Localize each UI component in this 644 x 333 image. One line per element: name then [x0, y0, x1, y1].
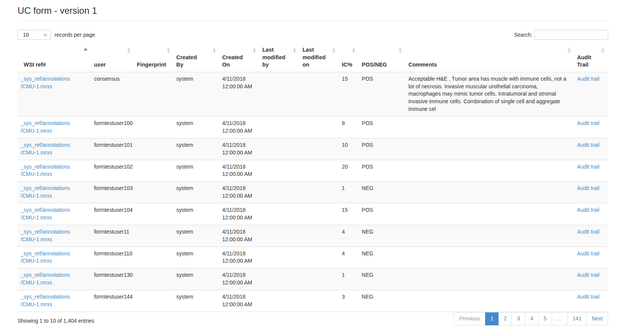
column-header-user[interactable]: user — [91, 43, 134, 72]
pos-neg-cell: POS — [359, 160, 405, 182]
created-by-cell: system — [173, 160, 219, 182]
fingerprint-cell — [134, 247, 173, 268]
last-modified-on-cell — [299, 290, 339, 312]
wsi-ref-link[interactable]: _sys_ref/annotations/CMU-1.mrxs — [21, 163, 70, 179]
user-cell: formtestuser104 — [91, 203, 134, 225]
column-header-audit-trail[interactable]: Audit Trail — [574, 43, 608, 72]
created-by-cell: system — [173, 117, 219, 138]
user-cell: formtestuser103 — [91, 182, 134, 203]
pagination-page-4[interactable]: 4 — [525, 312, 539, 325]
wsi-ref-cell: _sys_ref/annotations/CMU-1.mrxs — [18, 182, 91, 203]
records-per-page-select[interactable]: 10 — [18, 30, 51, 40]
fingerprint-cell — [134, 138, 173, 160]
pagination-page-1[interactable]: 1 — [485, 312, 499, 325]
search-input[interactable] — [534, 30, 608, 40]
audit-trail-link[interactable]: Audit trail — [577, 120, 599, 126]
pagination-page-3-item: 3 — [512, 312, 525, 325]
column-header-fingerprint[interactable]: Fingerprint — [134, 43, 173, 72]
audit-trail-cell: Audit trail — [574, 203, 608, 225]
audit-trail-link[interactable]: Audit trail — [577, 229, 599, 235]
comments-cell — [405, 182, 574, 203]
comments-cell — [405, 290, 574, 312]
fingerprint-cell — [134, 72, 173, 116]
table-row: _sys_ref/annotations/CMU-1.mrxs formtest… — [18, 247, 608, 268]
pos-neg-cell: NEG — [359, 182, 405, 203]
wsi-ref-link[interactable]: _sys_ref/annotations/CMU-1.mrxs — [21, 75, 70, 91]
audit-trail-link[interactable]: Audit trail — [577, 250, 599, 257]
table-row: _sys_ref/annotations/CMU-1.mrxs formtest… — [18, 138, 608, 160]
wsi-ref-link[interactable]: _sys_ref/annotations/CMU-1.mrxs — [21, 250, 70, 265]
pagination-page-141-item: 141 — [568, 312, 587, 325]
ic-pct-cell: 8 — [339, 117, 359, 138]
ic-pct-cell: 1 — [339, 182, 359, 203]
column-header-last-modified-on[interactable]: Last modified on — [299, 43, 339, 72]
pagination-page-4-item: 4 — [525, 312, 539, 325]
created-on-cell: 4/11/2018 12:00:00 AM — [219, 225, 259, 247]
column-header-ic-pct[interactable]: IC% — [339, 43, 359, 72]
pagination-page-3[interactable]: 3 — [511, 312, 525, 325]
table-row: _sys_ref/annotations/CMU-1.mrxs formtest… — [18, 225, 608, 247]
table-row: _sys_ref/annotations/CMU-1.mrxs formtest… — [18, 160, 608, 182]
table-row: _sys_ref/annotations/CMU-1.mrxs formtest… — [18, 117, 608, 138]
last-modified-by-cell — [259, 247, 299, 268]
column-label: Audit Trail — [577, 54, 598, 69]
sort-both-icon — [127, 48, 130, 53]
comments-cell — [405, 117, 574, 138]
search-label: Search: — [514, 32, 532, 38]
audit-trail-link[interactable]: Audit trail — [577, 185, 599, 191]
last-modified-on-cell — [299, 117, 339, 138]
pagination-page-5[interactable]: 5 — [538, 312, 552, 325]
user-cell: formtestuser102 — [91, 160, 134, 182]
column-label: Fingerprint — [137, 61, 166, 69]
pagination: Previous12345…141Next — [454, 312, 608, 325]
wsi-ref-link[interactable]: _sys_ref/annotations/CMU-1.mrxs — [21, 206, 70, 222]
page-container: UC form - version 1 10 records per page … — [18, 5, 608, 325]
last-modified-on-cell — [299, 268, 339, 290]
pagination-page-141[interactable]: 141 — [567, 312, 587, 325]
audit-trail-link[interactable]: Audit trail — [577, 272, 599, 278]
pagination-next[interactable]: Next — [586, 312, 608, 325]
wsi-ref-link[interactable]: _sys_ref/annotations/CMU-1.mrxs — [21, 141, 70, 157]
column-header-wsi-ref[interactable]: WSI ref# — [18, 43, 91, 72]
wsi-ref-link[interactable]: _sys_ref/annotations/CMU-1.mrxs — [21, 293, 70, 309]
last-modified-by-cell — [259, 225, 299, 247]
audit-trail-link[interactable]: Audit trail — [577, 76, 599, 82]
user-cell: formtestuser11 — [91, 225, 134, 247]
user-cell: formtestuser101 — [91, 138, 134, 160]
created-on-cell: 4/11/2018 12:00:00 AM — [219, 290, 259, 312]
column-header-created-on[interactable]: Created On — [219, 43, 259, 72]
pagination-page-5-item: 5 — [539, 312, 552, 325]
ic-pct-cell: 4 — [339, 247, 359, 268]
pos-neg-cell: POS — [359, 203, 405, 225]
created-by-cell: system — [173, 225, 219, 247]
sort-both-icon — [568, 48, 571, 53]
column-header-pos-neg[interactable]: POS/NEG — [359, 43, 405, 72]
ic-pct-cell: 3 — [339, 290, 359, 312]
ic-pct-cell: 10 — [339, 138, 359, 160]
audit-trail-cell: Audit trail — [574, 182, 608, 203]
wsi-ref-link[interactable]: _sys_ref/annotations/CMU-1.mrxs — [21, 271, 70, 287]
column-header-last-modified-by[interactable]: Last modified by — [259, 43, 299, 72]
audit-trail-cell: Audit trail — [574, 72, 608, 116]
wsi-ref-cell: _sys_ref/annotations/CMU-1.mrxs — [18, 138, 91, 160]
column-header-created-by[interactable]: Created By — [173, 43, 219, 72]
column-header-comments[interactable]: Comments — [405, 43, 574, 72]
wsi-ref-link[interactable]: _sys_ref/annotations/CMU-1.mrxs — [21, 120, 70, 135]
fingerprint-cell — [134, 117, 173, 138]
pagination-page-2[interactable]: 2 — [498, 312, 512, 325]
comments-cell — [405, 138, 574, 160]
created-by-cell: system — [173, 138, 219, 160]
sort-both-icon — [601, 48, 604, 53]
comments-cell: Acceptable H&E , Tumor area has muscle w… — [405, 72, 574, 116]
wsi-ref-link[interactable]: _sys_ref/annotations/CMU-1.mrxs — [21, 228, 70, 244]
wsi-ref-link[interactable]: _sys_ref/annotations/CMU-1.mrxs — [21, 185, 70, 200]
last-modified-on-cell — [299, 72, 339, 116]
audit-trail-link[interactable]: Audit trail — [577, 294, 599, 300]
pos-neg-cell: POS — [359, 117, 405, 138]
column-label: Last modified by — [262, 46, 285, 69]
table-row: _sys_ref/annotations/CMU-1.mrxs formtest… — [18, 268, 608, 290]
audit-trail-link[interactable]: Audit trail — [577, 142, 599, 148]
audit-trail-link[interactable]: Audit trail — [577, 207, 599, 213]
user-cell: formtestuser144 — [91, 290, 134, 312]
audit-trail-link[interactable]: Audit trail — [577, 164, 599, 170]
